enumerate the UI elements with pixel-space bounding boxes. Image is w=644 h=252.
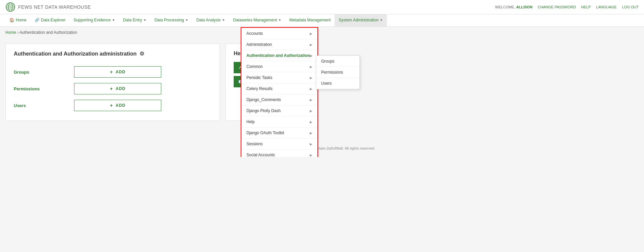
nav-bar-container: 🏠 Home 🔗 Data Explorer Supporting Eviden… — [0, 14, 644, 27]
submenu-permissions[interactable]: Permissions — [316, 67, 359, 78]
language-link[interactable]: LANGUAGE — [596, 5, 617, 9]
dropdown-django-oauth-toolkit[interactable]: Django OAuth Toolkit ▶ — [242, 128, 317, 139]
caret-icon: ▼ — [278, 18, 281, 22]
top-right-links: WELCOME, ALLISON CHANGE PASSWORD HELP LA… — [495, 5, 639, 9]
arrow-icon: ▶ — [310, 54, 312, 58]
top-bar: FEWS NET DATA WAREHOUSE WELCOME, ALLISON… — [0, 0, 644, 14]
breadcrumb: Home › Authentication and Authorization — [0, 27, 644, 38]
users-label: Users — [14, 97, 74, 114]
app-logo-text: FEWS NET DATA WAREHOUSE — [18, 4, 91, 10]
table-row: Permissions + ADD — [14, 80, 212, 97]
caret-icon: ▼ — [185, 18, 188, 22]
nav-data-entry[interactable]: Data Entry ▼ — [119, 14, 151, 26]
footer: FEWS NET Data Warehouse main-2a9c88a8. A… — [0, 140, 644, 157]
link-icon: 🔗 — [35, 18, 40, 22]
nav-home[interactable]: 🏠 Home — [5, 14, 31, 26]
permissions-label: Permissions — [14, 80, 74, 97]
logo-bold: FEWS NET — [18, 4, 44, 10]
plus-icon: + — [110, 69, 113, 75]
users-add-cell: + ADD — [74, 97, 212, 114]
dropdown-common[interactable]: Common ▶ — [242, 61, 317, 72]
arrow-icon: ▶ — [310, 131, 312, 135]
caret-icon: ▼ — [112, 18, 115, 22]
dropdown-help[interactable]: Help ▶ — [242, 116, 317, 128]
arrow-icon: ▶ — [310, 153, 312, 157]
dropdown-accounts[interactable]: Accounts ▶ — [242, 28, 317, 39]
submenu-users[interactable]: Users — [316, 78, 359, 89]
plus-icon: + — [110, 103, 113, 108]
dropdown-sessions[interactable]: Sessions ▶ — [242, 139, 317, 150]
arrow-icon: ▶ — [310, 98, 312, 102]
nav-metadata-management[interactable]: Metadata Management — [285, 14, 335, 26]
dropdown-celery-results[interactable]: Celery Results ▶ — [242, 83, 317, 94]
arrow-icon: ▶ — [310, 120, 312, 124]
logo-area: FEWS NET DATA WAREHOUSE — [5, 2, 91, 12]
admin-panel-title: Authentication and Authorization adminis… — [14, 51, 212, 57]
fewsnet-logo-icon — [5, 2, 15, 12]
arrow-icon: ▶ — [310, 43, 312, 47]
dropdown-auth-authorization[interactable]: Authentication and Authorization ▶ — [242, 50, 317, 61]
dropdown-social-accounts[interactable]: Social Accounts ▶ — [242, 150, 317, 157]
permissions-add-button[interactable]: + ADD — [74, 83, 161, 94]
groups-label: Groups — [14, 64, 74, 80]
nav-dataseries-management[interactable]: Dataseries Management ▼ — [229, 14, 285, 26]
admin-table: Groups + ADD Permissions + ADD — [14, 64, 212, 114]
nav-supporting-evidence[interactable]: Supporting Evidence ▼ — [69, 14, 119, 26]
caret-icon: ▼ — [222, 18, 225, 22]
arrow-icon: ▶ — [310, 87, 312, 91]
breadcrumb-current: Authentication and Authorization — [19, 30, 77, 35]
plus-icon: + — [110, 86, 113, 91]
nav-data-analysis[interactable]: Data Analysis ▼ — [192, 14, 229, 26]
change-password-link[interactable]: CHANGE PASSWORD — [538, 5, 576, 9]
dropdown-administration[interactable]: Administration ▶ — [242, 39, 317, 50]
arrow-icon: ▶ — [310, 109, 312, 113]
permissions-add-cell: + ADD — [74, 80, 212, 97]
welcome-text: WELCOME, ALLISON — [495, 5, 532, 9]
help-link[interactable]: HELP — [581, 5, 591, 9]
logo-normal: DATA WAREHOUSE — [44, 4, 91, 10]
nav-system-administration[interactable]: System Administration ▼ — [335, 14, 387, 26]
caret-icon: ▼ — [143, 18, 147, 22]
nav-data-explorer[interactable]: 🔗 Data Explorer — [31, 14, 69, 26]
table-row: Users + ADD — [14, 97, 212, 114]
logout-link[interactable]: LOG OUT — [622, 5, 639, 9]
nav-data-processing[interactable]: Data Processing ▼ — [151, 14, 192, 26]
groups-add-cell: + ADD — [74, 64, 212, 80]
breadcrumb-home[interactable]: Home — [5, 30, 16, 35]
arrow-icon: ▶ — [310, 65, 312, 69]
dropdown-periodic-tasks[interactable]: Periodic Tasks ▶ — [242, 72, 317, 83]
admin-panel: Authentication and Authorization adminis… — [5, 44, 220, 121]
breadcrumb-separator: › — [17, 30, 18, 35]
submenu-groups[interactable]: Groups — [316, 56, 359, 67]
home-icon: 🏠 — [9, 18, 14, 22]
nav-bar: 🏠 Home 🔗 Data Explorer Supporting Eviden… — [0, 14, 644, 27]
system-administration-dropdown: Accounts ▶ Administration ▶ Authenticati… — [241, 28, 317, 157]
arrow-icon: ▶ — [310, 76, 312, 80]
users-add-button[interactable]: + ADD — [74, 100, 161, 111]
caret-icon: ▼ — [380, 18, 383, 22]
arrow-icon: ▶ — [310, 32, 312, 35]
arrow-icon: ▶ — [310, 142, 312, 146]
dropdown-django-comments[interactable]: Django_Comments ▶ — [242, 94, 317, 105]
dropdown-django-plotly-dash[interactable]: Django Plotly Dash ▶ — [242, 105, 317, 116]
groups-add-button[interactable]: + ADD — [74, 66, 161, 78]
gear-icon: ⚙ — [139, 51, 144, 57]
table-row: Groups + ADD — [14, 64, 212, 80]
username-text: ALLISON — [516, 5, 532, 9]
auth-sub-menu: Groups Permissions Users — [316, 56, 360, 89]
